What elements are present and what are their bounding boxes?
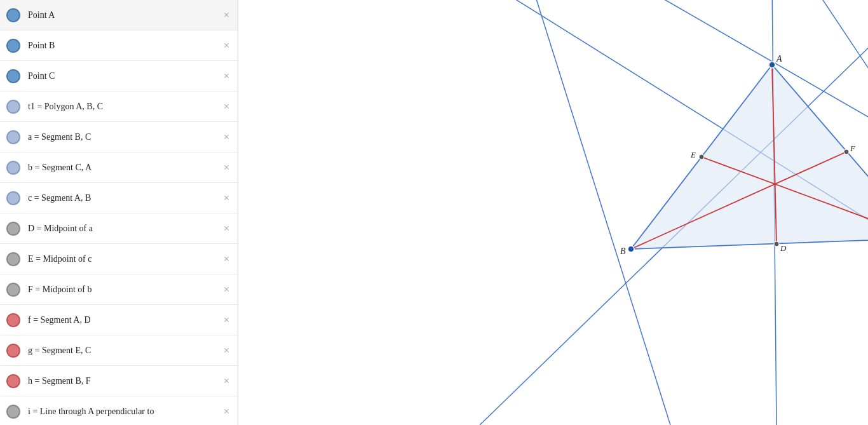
item-label-line-i: i = Line through A perpendicular to bbox=[28, 407, 231, 417]
close-button-line-i[interactable]: × bbox=[220, 405, 233, 419]
svg-point-12 bbox=[628, 246, 634, 252]
sidebar-item-segment-g[interactable]: g = Segment E, C× bbox=[0, 335, 238, 366]
item-label-point-b: Point B bbox=[28, 41, 231, 51]
sidebar-item-midpoint-f[interactable]: F = Midpoint of b× bbox=[0, 274, 238, 305]
sidebar-item-midpoint-e[interactable]: E = Midpoint of c× bbox=[0, 244, 238, 274]
close-button-point-a[interactable]: × bbox=[220, 8, 233, 22]
geometry-canvas-area[interactable]: A B C D E F bbox=[238, 0, 868, 425]
item-icon-segment-g bbox=[6, 344, 20, 358]
item-icon-segment-h bbox=[6, 374, 20, 388]
svg-line-4 bbox=[531, 0, 670, 425]
sidebar-item-segment-a[interactable]: a = Segment B, C× bbox=[0, 122, 238, 152]
item-icon-midpoint-d bbox=[6, 222, 20, 236]
svg-text:A: A bbox=[776, 54, 782, 64]
item-icon-segment-b bbox=[6, 161, 20, 175]
sidebar-item-line-i[interactable]: i = Line through A perpendicular to× bbox=[0, 396, 238, 425]
close-button-midpoint-d[interactable]: × bbox=[220, 222, 233, 236]
svg-point-20 bbox=[844, 149, 849, 154]
sidebar-item-polygon-t1[interactable]: t1 = Polygon A, B, C× bbox=[0, 91, 238, 122]
item-icon-point-a bbox=[6, 8, 20, 22]
sidebar-item-segment-c[interactable]: c = Segment A, B× bbox=[0, 183, 238, 213]
item-label-segment-h: h = Segment B, F bbox=[28, 376, 231, 386]
item-icon-midpoint-e bbox=[6, 252, 20, 266]
close-button-segment-f[interactable]: × bbox=[220, 313, 233, 327]
close-button-segment-h[interactable]: × bbox=[220, 374, 233, 388]
svg-text:F: F bbox=[850, 144, 856, 153]
sidebar-item-point-b[interactable]: Point B× bbox=[0, 30, 238, 61]
close-button-polygon-t1[interactable]: × bbox=[220, 100, 233, 114]
svg-text:D: D bbox=[780, 243, 787, 253]
close-button-point-c[interactable]: × bbox=[220, 69, 233, 83]
svg-text:B: B bbox=[620, 246, 626, 256]
item-icon-segment-f bbox=[6, 313, 20, 327]
item-icon-polygon-t1 bbox=[6, 100, 20, 114]
svg-point-16 bbox=[774, 241, 779, 246]
item-icon-line-i bbox=[6, 405, 20, 419]
item-label-segment-g: g = Segment E, C bbox=[28, 346, 231, 356]
item-icon-point-c bbox=[6, 69, 20, 83]
item-label-point-c: Point C bbox=[28, 71, 231, 81]
sidebar-item-point-c[interactable]: Point C× bbox=[0, 61, 238, 91]
svg-point-18 bbox=[699, 154, 704, 159]
item-icon-midpoint-f bbox=[6, 283, 20, 297]
close-button-segment-b[interactable]: × bbox=[220, 161, 233, 175]
close-button-midpoint-e[interactable]: × bbox=[220, 252, 233, 266]
item-label-segment-b: b = Segment C, A bbox=[28, 163, 231, 173]
item-icon-segment-c bbox=[6, 191, 20, 205]
item-label-midpoint-e: E = Midpoint of c bbox=[28, 254, 231, 264]
sidebar-item-segment-f[interactable]: f = Segment A, D× bbox=[0, 305, 238, 335]
sidebar-item-midpoint-d[interactable]: D = Midpoint of a× bbox=[0, 213, 238, 244]
item-label-polygon-t1: t1 = Polygon A, B, C bbox=[28, 102, 231, 112]
sidebar-item-segment-b[interactable]: b = Segment C, A× bbox=[0, 152, 238, 183]
close-button-segment-c[interactable]: × bbox=[220, 191, 233, 205]
sidebar-item-segment-h[interactable]: h = Segment B, F× bbox=[0, 366, 238, 396]
close-button-midpoint-f[interactable]: × bbox=[220, 283, 233, 297]
item-label-segment-a: a = Segment B, C bbox=[28, 132, 231, 142]
item-label-segment-f: f = Segment A, D bbox=[28, 315, 231, 325]
item-label-segment-c: c = Segment A, B bbox=[28, 193, 231, 203]
sidebar-item-point-a[interactable]: Point A× bbox=[0, 0, 238, 30]
close-button-point-b[interactable]: × bbox=[220, 39, 233, 53]
sidebar: Point A×Point B×Point C×t1 = Polygon A, … bbox=[0, 0, 238, 425]
item-icon-segment-a bbox=[6, 130, 20, 144]
item-label-point-a: Point A bbox=[28, 10, 231, 20]
close-button-segment-g[interactable]: × bbox=[220, 344, 233, 358]
svg-text:E: E bbox=[690, 150, 696, 159]
item-label-midpoint-d: D = Midpoint of a bbox=[28, 224, 231, 234]
item-icon-point-b bbox=[6, 39, 20, 53]
geometry-svg: A B C D E F bbox=[238, 0, 868, 425]
svg-marker-6 bbox=[631, 65, 868, 249]
close-button-segment-a[interactable]: × bbox=[220, 130, 233, 144]
svg-point-10 bbox=[769, 62, 775, 68]
item-label-midpoint-f: F = Midpoint of b bbox=[28, 285, 231, 295]
